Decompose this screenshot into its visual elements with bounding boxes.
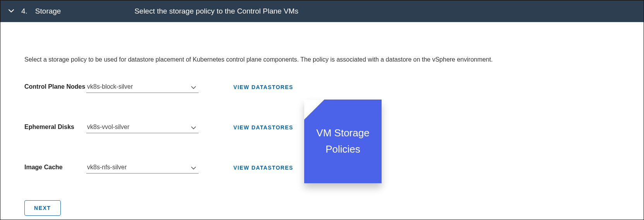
wizard-step-header: 4. Storage Select the storage policy to … — [0, 0, 644, 22]
select-value: vk8s-block-silver — [87, 83, 133, 90]
label-control-plane-nodes: Control Plane Nodes — [24, 82, 86, 91]
chevron-down-icon — [191, 85, 196, 92]
view-datastores-link[interactable]: VIEW DATASTORES — [233, 162, 293, 171]
callout-text: VM Storage Policies — [304, 125, 382, 157]
callout-annotation: VM Storage Policies — [304, 100, 382, 183]
content-area: Select a storage policy to be used for d… — [0, 22, 644, 216]
next-button[interactable]: NEXT — [24, 200, 61, 216]
label-image-cache: Image Cache — [24, 162, 86, 172]
page-description: Select a storage policy to be used for d… — [24, 56, 620, 63]
form-row-control-plane: Control Plane Nodes vk8s-block-silver VI… — [24, 82, 620, 100]
label-ephemeral-disks: Ephemeral Disks — [24, 122, 86, 131]
chevron-down-icon — [191, 165, 196, 172]
select-value: vk8s-nfs-silver — [87, 164, 127, 170]
step-title: Storage — [35, 7, 61, 15]
step-description: Select the storage policy to the Control… — [134, 7, 298, 15]
view-datastores-link[interactable]: VIEW DATASTORES — [233, 82, 293, 90]
chevron-down-icon[interactable] — [8, 8, 14, 14]
view-datastores-link[interactable]: VIEW DATASTORES — [233, 122, 293, 131]
select-control-plane-nodes[interactable]: vk8s-block-silver — [86, 82, 199, 93]
chevron-down-icon — [191, 125, 196, 132]
select-ephemeral-disks[interactable]: vk8s-vvol-silver — [86, 122, 199, 133]
select-value: vk8s-vvol-silver — [87, 124, 129, 130]
step-number: 4. — [21, 7, 27, 15]
select-image-cache[interactable]: vk8s-nfs-silver — [86, 162, 199, 174]
